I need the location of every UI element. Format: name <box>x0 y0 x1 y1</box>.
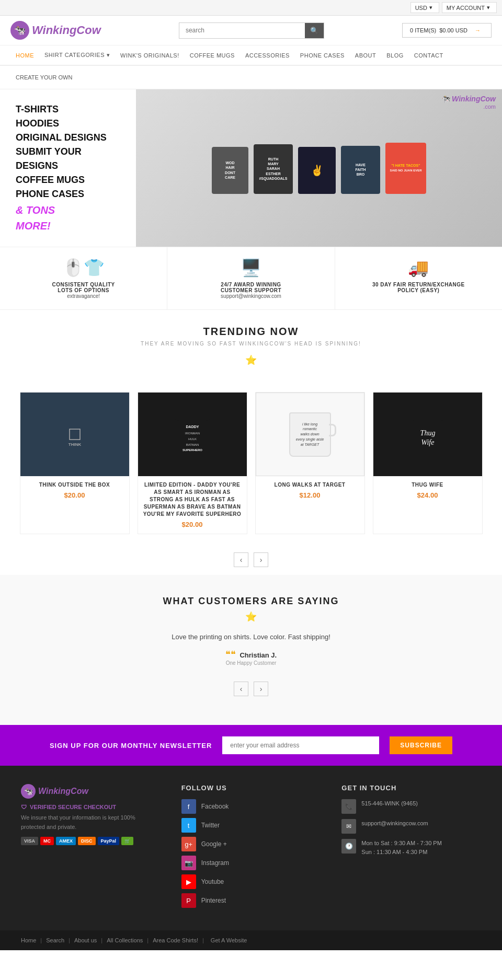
currency-label: USD <box>415 5 427 11</box>
email-icon: ✉ <box>341 819 356 834</box>
product-info-4: THUG WIFE $24.00 <box>373 476 482 504</box>
clock-icon: 🕐 <box>341 839 356 854</box>
footer-link-about[interactable]: About us <box>74 937 97 943</box>
nav-create-own[interactable]: CREATE YOUR OWN <box>10 70 77 85</box>
feature-return-title: 30 DAY FAIR RETURN/EXCHANGEPOLICY (easy) <box>343 282 494 293</box>
footer-link-area-codes[interactable]: Area Code Shirts! <box>153 937 198 943</box>
footer-link-website[interactable]: Get A Website <box>211 937 247 943</box>
social-google[interactable]: g+ Google + <box>181 837 321 851</box>
twitter-icon: t <box>181 818 196 833</box>
trending-section: TRENDING NOW THEY ARE MOVING SO FAST WIN… <box>0 310 502 392</box>
footer-link-search[interactable]: Search <box>46 937 64 943</box>
product-card-3[interactable]: i like longromanticwalks downevery singl… <box>255 392 365 534</box>
nav-blog[interactable]: BLOG <box>381 46 409 65</box>
hero-shirt-2: RUTHMARYSARAHESTHER#SQUADGOALS <box>254 144 293 194</box>
currency-selector[interactable]: USD ▾ <box>410 2 439 13</box>
logo-icon: 🐄 <box>10 21 29 40</box>
contact-email: ✉ support@winkingcow.com <box>341 819 481 834</box>
cart-button[interactable]: 0 ITEM(S) $0.00 USD → <box>402 23 492 38</box>
hours-text: Mon to Sat : 9:30 AM - 7:30 PMSun : 11:3… <box>361 839 441 856</box>
nav-shirt-categories[interactable]: SHIRT CATEGORIES ▾ <box>39 45 115 65</box>
visa-icon: VISA <box>21 837 38 845</box>
feature-support-email: support@winkingcow.com <box>175 293 326 299</box>
newsletter-email-input[interactable] <box>222 736 379 754</box>
instagram-icon: 📷 <box>181 856 196 870</box>
contact-title: GET IN TOUCH <box>341 784 481 792</box>
cart-price: $0.00 USD <box>439 27 467 33</box>
footer-link-collections[interactable]: All Collections <box>107 937 143 943</box>
footer-col-contact: GET IN TOUCH 📞 515-446-WINK (9465) ✉ sup… <box>341 784 481 912</box>
carousel-next[interactable]: › <box>254 552 268 567</box>
testimonial-title: WHAT CUSTOMERS ARE SAYING <box>10 596 492 607</box>
newsletter-subscribe-button[interactable]: SUBSCRIBE <box>390 736 452 754</box>
main-nav: HOME SHIRT CATEGORIES ▾ WINK'S ORIGINALS… <box>0 45 502 66</box>
quality-icon: 🖱️👕 <box>8 258 159 278</box>
nav-phone-cases[interactable]: PHONE CASES <box>295 46 350 65</box>
logo[interactable]: 🐄 WinkingCow <box>10 21 101 40</box>
newsletter-section: SIGN UP FOR OUR MONTHLY NEWSLETTER SUBSC… <box>0 725 502 766</box>
product-name-2: LIMITED EDITION - DADDY YOU'RE AS SMART … <box>143 481 242 518</box>
testimonial-author: ❝❝ Christian J. <box>10 649 492 660</box>
search-input[interactable] <box>179 23 305 38</box>
product-price-4: $24.00 <box>379 491 477 499</box>
search-button[interactable]: 🔍 <box>305 23 324 38</box>
footer-logo[interactable]: 🐄 WinkingCow <box>21 784 161 799</box>
nav-winks-originals[interactable]: WINK'S ORIGINALS! <box>115 46 185 65</box>
testimonial-prev[interactable]: ‹ <box>234 682 248 696</box>
social-instagram[interactable]: 📷 Instagram <box>181 856 321 870</box>
header: 🐄 WinkingCow 🔍 0 ITEM(S) $0.00 USD → <box>0 16 502 45</box>
product-card-2[interactable]: DADDY IRONMAN HULK BATMAN SUPERHERO LIMI… <box>138 392 247 534</box>
follow-us-title: FOLLOW US <box>181 784 321 792</box>
product-info-2: LIMITED EDITION - DADDY YOU'RE AS SMART … <box>138 476 247 534</box>
product-img-1: THINK <box>20 393 129 476</box>
product-img-4: Thug Wife <box>373 393 482 476</box>
testimonial-section: WHAT CUSTOMERS ARE SAYING ⭐ Love the pri… <box>0 575 502 725</box>
feature-support-title: 24/7 AWARD WINNINGCUSTOMER SUPPORT <box>175 282 326 293</box>
amex-icon: AMEX <box>56 837 76 845</box>
account-selector[interactable]: MY ACCOUNT ▾ <box>442 2 497 13</box>
nav-sub: CREATE YOUR OWN <box>0 66 502 89</box>
logo-text: WinkingCow <box>32 24 101 37</box>
footer-link-home[interactable]: Home <box>21 937 36 943</box>
testimonial-next[interactable]: › <box>254 682 268 696</box>
account-label: MY ACCOUNT <box>447 5 485 11</box>
footer-col-social: FOLLOW US f Facebook t Twitter g+ Google… <box>181 784 321 912</box>
nav-coffee-mugs[interactable]: COFFEE MUGS <box>185 46 240 65</box>
social-youtube[interactable]: ▶ Youtube <box>181 874 321 889</box>
shield-icon: 🛡 <box>21 804 27 810</box>
divider-2: | <box>69 937 70 943</box>
products-grid: THINK THINK OUTSIDE THE BOX $20.00 DADDY… <box>0 392 502 545</box>
carousel-prev[interactable]: ‹ <box>234 552 248 567</box>
contact-hours: 🕐 Mon to Sat : 9:30 AM - 7:30 PMSun : 11… <box>341 839 481 856</box>
product-card-1[interactable]: THINK THINK OUTSIDE THE BOX $20.00 <box>20 392 130 534</box>
nav-home[interactable]: HOME <box>10 46 39 65</box>
product-card-4[interactable]: Thug Wife THUG WIFE $24.00 <box>373 392 483 534</box>
social-facebook[interactable]: f Facebook <box>181 799 321 814</box>
feature-return: 🚚 30 DAY FAIR RETURN/EXCHANGEPOLICY (eas… <box>335 247 502 309</box>
svg-text:Wife: Wife <box>421 439 434 446</box>
feature-quality: 🖱️👕 CONSISTENT QUALITYLOTS OF OPTIONS ex… <box>0 247 167 309</box>
google-plus-icon: g+ <box>181 837 196 851</box>
phone-icon: 📞 <box>341 799 356 814</box>
mc-icon: MC <box>40 837 54 845</box>
disc-icon: DISC <box>78 837 96 845</box>
nav-about[interactable]: ABOUT <box>350 46 381 65</box>
cart-count: 0 ITEM(S) <box>410 27 436 33</box>
social-pinterest[interactable]: P Pinterest <box>181 893 321 908</box>
divider-5: | <box>202 937 204 943</box>
social-twitter[interactable]: t Twitter <box>181 818 321 833</box>
feature-quality-title: CONSISTENT QUALITYLOTS OF OPTIONS <box>8 282 159 293</box>
pinterest-label: Pinterest <box>201 897 226 904</box>
hero-shirts: WODHAIRDONTCARE RUTHMARYSARAHESTHER#SQUA… <box>201 132 437 204</box>
hero-banner: T-SHIRTSHOODIESORIGINAL DESIGNSSUBMIT YO… <box>0 89 502 247</box>
product-info-1: THINK OUTSIDE THE BOX $20.00 <box>20 476 129 504</box>
instagram-label: Instagram <box>201 859 229 867</box>
testimonial-quote: Love the printing on shirts. Love color.… <box>10 633 492 641</box>
nav-accessories[interactable]: ACCESSORIES <box>240 46 295 65</box>
contact-phone: 📞 515-446-WINK (9465) <box>341 799 481 814</box>
footer-secure-badge: 🛡 VERIFIED SECURE CHECKOUT <box>21 804 161 810</box>
support-icon: 🖥️ <box>175 258 326 278</box>
nav-contact[interactable]: CONTACT <box>409 46 449 65</box>
footer-logo-text: WinkingCow <box>38 787 88 796</box>
product-carousel-arrows: ‹ › <box>0 545 502 575</box>
